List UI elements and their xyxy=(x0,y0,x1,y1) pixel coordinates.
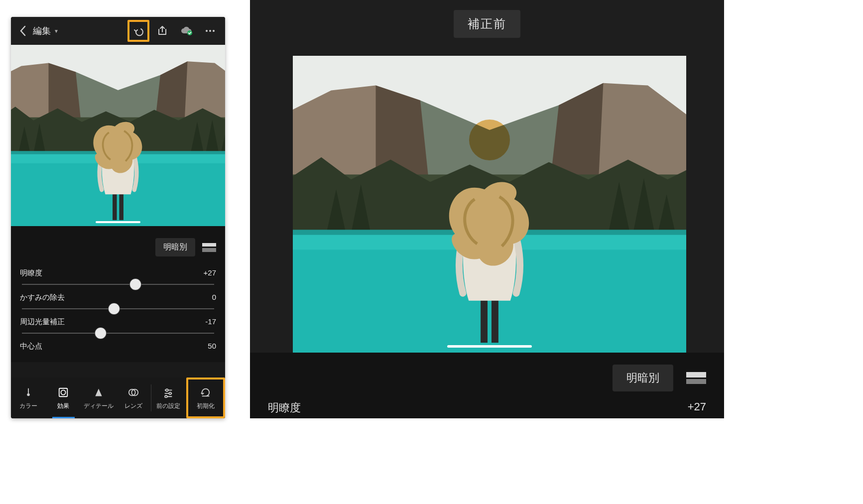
split-tone-button[interactable]: 明暗別 xyxy=(613,365,673,391)
more-button[interactable] xyxy=(199,20,221,42)
tab-label: ディテール xyxy=(84,402,114,410)
tab-label: 前の設定 xyxy=(156,402,180,410)
slider-value: -17 xyxy=(205,317,216,327)
slider-label: 中心点 xyxy=(20,342,42,351)
slider-clarity[interactable]: 明瞭度 +27 xyxy=(20,265,216,290)
undo-button[interactable] xyxy=(127,20,149,42)
tab-reset[interactable]: 初期化 xyxy=(186,378,225,418)
slider-label: 明瞭度 xyxy=(268,400,301,415)
reset-icon xyxy=(199,386,212,399)
back-button[interactable] xyxy=(15,21,31,41)
scrubber-handle[interactable] xyxy=(447,345,532,348)
tab-effects[interactable]: 効果 xyxy=(46,378,81,418)
top-toolbar: 編集 ▼ xyxy=(11,17,225,45)
tab-label: レンズ xyxy=(124,402,142,410)
dropdown-caret-icon: ▼ xyxy=(54,28,59,34)
split-tone-icon xyxy=(202,243,216,252)
touch-indicator-icon xyxy=(469,120,510,160)
tab-label: 効果 xyxy=(57,402,69,410)
photo-preview[interactable] xyxy=(11,45,225,226)
effects-controls: 明暗別 明瞭度 +27 かすみの除去 0 周辺光量補正 -17 xyxy=(11,226,225,362)
slider-value: 0 xyxy=(212,293,216,302)
tab-lens[interactable]: レンズ xyxy=(116,378,151,418)
before-photo[interactable] xyxy=(293,56,686,353)
tab-label: カラー xyxy=(19,402,37,410)
scrubber-handle[interactable] xyxy=(96,221,140,223)
tab-previous[interactable]: 前の設定 xyxy=(151,378,186,418)
slider-vignette-midpoint[interactable]: 中心点 50 xyxy=(20,339,216,362)
thermometer-icon xyxy=(22,386,35,399)
split-tone-icon xyxy=(686,372,706,384)
slider-value: +27 xyxy=(688,400,706,415)
lens-icon xyxy=(127,386,140,399)
share-button[interactable] xyxy=(151,20,173,42)
tab-label: 初期化 xyxy=(197,402,215,410)
slider-label: 周辺光量補正 xyxy=(20,317,65,327)
tab-detail[interactable]: ディテール xyxy=(81,378,116,418)
mode-dropdown[interactable]: 編集 ▼ xyxy=(33,25,59,37)
slider-vignette-amount[interactable]: 周辺光量補正 -17 xyxy=(20,314,216,339)
before-preview-panel: 補正前 明暗別 明瞭度 +27 xyxy=(250,0,724,418)
vignette-icon xyxy=(57,386,70,399)
before-label: 補正前 xyxy=(454,10,520,38)
slider-value: +27 xyxy=(204,268,216,278)
bottom-tab-bar: カラー 効果 ディテール レンズ 前の設定 初期化 xyxy=(11,378,225,418)
tab-color[interactable]: カラー xyxy=(11,378,46,418)
split-tone-button[interactable]: 明暗別 xyxy=(155,238,195,256)
triangle-icon xyxy=(92,386,105,399)
slider-label: 明瞭度 xyxy=(20,268,42,278)
mode-title: 編集 xyxy=(33,25,51,37)
before-controls: 明暗別 明瞭度 +27 xyxy=(250,353,724,418)
slider-value: 50 xyxy=(208,342,216,351)
slider-clarity-readout: 明瞭度 +27 xyxy=(268,400,706,415)
cloud-sync-icon[interactable] xyxy=(175,20,197,42)
sliders-icon xyxy=(162,386,175,399)
slider-label: かすみの除去 xyxy=(20,293,65,302)
slider-dehaze[interactable]: かすみの除去 0 xyxy=(20,290,216,314)
editor-panel: 編集 ▼ 明暗別 明瞭度 +27 xyxy=(11,17,225,418)
